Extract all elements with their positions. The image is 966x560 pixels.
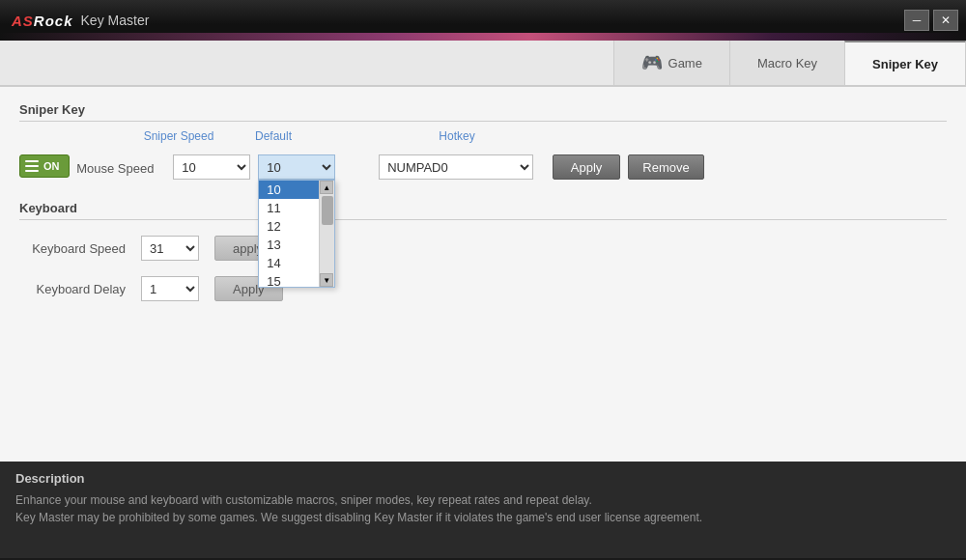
toggle-switch[interactable]: ON xyxy=(19,154,70,178)
toggle-bar-3 xyxy=(25,170,39,172)
minimize-button[interactable]: ─ xyxy=(904,10,929,31)
toggle-bar-2 xyxy=(25,165,39,167)
keyboard-speed-label: Keyboard Speed xyxy=(19,241,126,256)
scrollbar-down[interactable]: ▼ xyxy=(320,273,333,287)
dropdown-items: 10 11 12 13 14 15 16 17 xyxy=(259,181,319,287)
title-bar: ASRock Key Master ─ ✕ xyxy=(0,0,966,41)
default-select[interactable]: 10 xyxy=(258,154,335,180)
tab-macro-key-label: Macro Key xyxy=(757,56,817,70)
keyboard-delay-select[interactable]: 1 2 3 xyxy=(141,276,199,301)
dropdown-item-12[interactable]: 12 xyxy=(259,217,319,236)
dropdown-item-10[interactable]: 10 xyxy=(259,181,319,199)
tab-sniper-key[interactable]: Sniper Key xyxy=(844,41,966,85)
app-title: Key Master xyxy=(81,13,150,28)
sniper-remove-button[interactable]: Remove xyxy=(628,154,703,180)
main-content: Sniper Key Sniper Speed Default Hotkey O… xyxy=(0,87,966,462)
toggle-on-label: ON xyxy=(43,160,64,172)
keyboard-delay-label: Keyboard Delay xyxy=(19,282,126,296)
column-headers: Sniper Speed Default Hotkey xyxy=(135,129,947,143)
hotkey-select[interactable]: NUMPAD0 NUMPAD1 NUMPAD2 xyxy=(379,154,533,180)
keyboard-speed-select[interactable]: 31 1 2 xyxy=(141,236,199,261)
tab-bar: 🎮 Game Macro Key Sniper Key xyxy=(0,41,966,87)
controls-row: 10 11 12 13 14 15 16 17 10 xyxy=(173,154,703,180)
sniper-speed-select[interactable]: 10 11 12 13 14 15 16 17 xyxy=(173,154,250,180)
tab-sniper-key-label: Sniper Key xyxy=(872,57,938,71)
dropdown-item-13[interactable]: 13 xyxy=(259,236,319,254)
app-logo: ASRock xyxy=(12,13,73,29)
scrollbar-track xyxy=(320,194,334,273)
sniper-section-title: Sniper Key xyxy=(19,102,947,122)
default-select-container: 10 10 11 12 13 14 15 16 xyxy=(258,154,335,180)
sniper-section: Sniper Key Sniper Speed Default Hotkey O… xyxy=(19,102,947,182)
dropdown-item-14[interactable]: 14 xyxy=(259,254,319,272)
keyboard-speed-row: Keyboard Speed 31 1 2 apply xyxy=(19,236,947,261)
mouse-speed-row: ON Mouse Speed 10 11 12 13 14 15 16 17 xyxy=(19,154,947,182)
sniper-apply-button[interactable]: Apply xyxy=(553,154,621,180)
mouse-speed-label: Mouse Speed xyxy=(76,154,173,182)
keyboard-section-title: Keyboard xyxy=(19,201,947,220)
scrollbar-thumb[interactable] xyxy=(322,196,333,225)
close-button[interactable]: ✕ xyxy=(933,10,958,31)
description-line2: Key Master may be prohibited by some gam… xyxy=(15,509,951,526)
tab-game-label: Game xyxy=(668,56,702,70)
toggle-bar-1 xyxy=(25,160,39,162)
game-icon: 🎮 xyxy=(641,52,663,73)
tab-macro-key[interactable]: Macro Key xyxy=(729,41,844,85)
keyboard-section: Keyboard Keyboard Speed 31 1 2 apply Key… xyxy=(19,201,947,301)
description-line1: Enhance your mouse and keyboard with cus… xyxy=(15,491,951,509)
description-section: Description Enhance your mouse and keybo… xyxy=(0,462,966,558)
dropdown-list: 10 11 12 13 14 15 16 17 ▲ xyxy=(258,180,335,288)
col-header-default: Default xyxy=(230,129,317,143)
dropdown-item-15[interactable]: 15 xyxy=(259,272,319,287)
scrollbar-up[interactable]: ▲ xyxy=(320,181,333,194)
tab-game[interactable]: 🎮 Game xyxy=(613,41,729,85)
dropdown-item-11[interactable]: 11 xyxy=(259,199,319,217)
description-title: Description xyxy=(15,471,951,486)
col-header-sniper-speed: Sniper Speed xyxy=(135,129,222,143)
description-text: Enhance your mouse and keyboard with cus… xyxy=(15,491,951,526)
keyboard-delay-row: Keyboard Delay 1 2 3 Apply xyxy=(19,276,947,301)
col-header-hotkey: Hotkey xyxy=(375,129,539,143)
